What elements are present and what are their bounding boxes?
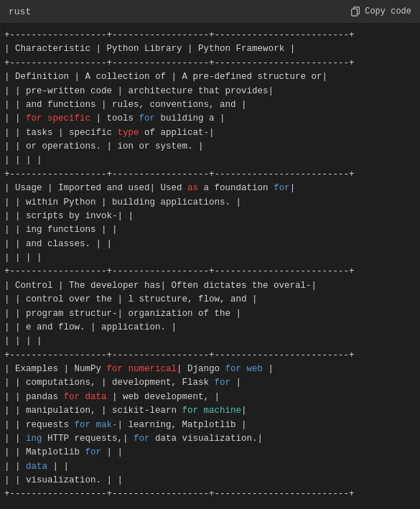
copy-label: Copy code [365, 6, 411, 17]
ex-row-2: | | computations, | development, Flask f… [4, 376, 416, 390]
border-3: +------------------+------------------+-… [4, 265, 416, 279]
table-container: +------------------+------------------+-… [0, 23, 420, 508]
usage-row-2: | | within Python | building application… [4, 196, 416, 210]
copy-icon [350, 6, 360, 17]
ex-row-9: | | visualization. | | [4, 474, 416, 487]
header-library: Python Library [107, 44, 182, 54]
ex-row-8: | | data | | [4, 460, 416, 474]
def-row-6: | | or operations. | ion or system. | [4, 140, 416, 154]
ex-row-5: | | requests for mak-| learning, Matplot… [4, 419, 416, 432]
border-4: +------------------+------------------+-… [4, 349, 416, 363]
border-bottom: +------------------+------------------+-… [4, 487, 416, 501]
def-row-5: | | tasks | specific type of applicat-| [4, 126, 416, 140]
def-row-2: | | pre-written code | architecture that… [4, 85, 416, 98]
def-row-7: | | | | [4, 154, 416, 167]
ex-row-6: | | ing HTTP requests,| for data visuali… [4, 432, 416, 446]
copy-code-button[interactable]: Copy code [350, 6, 411, 17]
border-2: +------------------+------------------+-… [4, 168, 416, 182]
header-characteristic: Characteristic [15, 44, 90, 54]
control-row-4: | | e and flow. | application. | [4, 321, 416, 335]
control-row-5: | | | | [4, 335, 416, 348]
control-row-1: | Control | The developer has| Often dic… [4, 279, 416, 293]
usage-row-3: | | scripts by invok-| | [4, 210, 416, 223]
ascii-table: +------------------+------------------+-… [3, 29, 417, 502]
ex-row-4: | | manipulation, | scikit-learn for mac… [4, 404, 416, 418]
usage-row-4: | | ing functions | | [4, 223, 416, 237]
border-1: +------------------+------------------+-… [4, 57, 416, 70]
window: rust Copy code +------------------+-----… [0, 0, 420, 509]
ex-row-1: | Examples | NumPy for numerical| Django… [4, 363, 416, 376]
svg-rect-1 [352, 9, 358, 17]
usage-row-1: | Usage | Imported and used| Used as a f… [4, 182, 416, 195]
ex-row-7: | | Matplotlib for | | [4, 446, 416, 459]
usage-row-5: | | and classes. | | [4, 238, 416, 251]
control-row-3: | | program structur-| organization of t… [4, 307, 416, 321]
def-row-4: | | for specific | tools for building a … [4, 112, 416, 126]
title-bar: rust Copy code [0, 0, 420, 23]
language-label: rust [9, 6, 31, 17]
def-row-1: | Definition | A collection of | A pre-d… [4, 70, 416, 84]
def-row-3: | | and functions | rules, conventions, … [4, 98, 416, 112]
control-row-2: | | control over the | l structure, flow… [4, 293, 416, 307]
usage-row-6: | | | | [4, 251, 416, 265]
ex-row-3: | | pandas for data | web development, | [4, 391, 416, 404]
header-framework: Python Framework [198, 44, 284, 54]
header-row: | Characteristic | Python Library | Pyth… [4, 42, 416, 56]
border-top: +------------------+------------------+-… [4, 29, 416, 42]
